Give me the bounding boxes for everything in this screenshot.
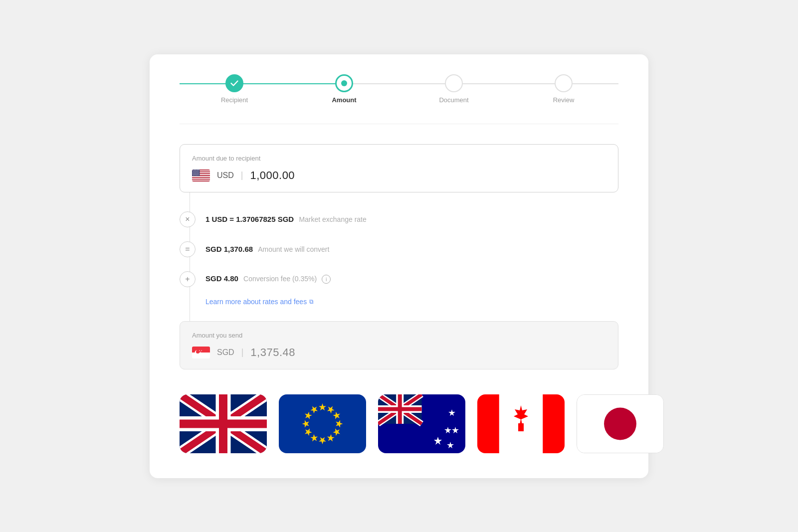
step-label-recipient: Recipient: [221, 96, 248, 104]
converted-amount-label: Amount we will convert: [258, 245, 329, 253]
amount-due-label: Amount due to recipient: [192, 155, 606, 162]
svg-point-34: [198, 175, 198, 175]
step-document: Document: [399, 74, 509, 104]
convert-amount-text: SGD 1,370.68 Amount we will convert: [205, 245, 329, 253]
australia-flag-card[interactable]: [378, 394, 465, 453]
step-review: Review: [509, 74, 618, 104]
equals-symbol: =: [185, 245, 190, 254]
svg-rect-53: [279, 394, 366, 453]
svg-point-18: [194, 172, 195, 172]
svg-point-27: [194, 174, 195, 174]
svg-point-13: [193, 171, 194, 171]
multiply-operator: ×: [180, 211, 196, 227]
canada-flag-card[interactable]: [477, 394, 565, 453]
multiply-symbol: ×: [185, 215, 190, 224]
calc-section: × 1 USD = 1.37067825 SGD Market exchange…: [180, 192, 618, 321]
svg-rect-5: [192, 177, 210, 178]
svg-point-24: [196, 173, 197, 173]
equals-operator: =: [180, 241, 196, 257]
svg-point-12: [199, 170, 199, 170]
amount-due-divider: |: [241, 170, 243, 180]
eu-flag-card[interactable]: [279, 394, 366, 453]
svg-point-19: [196, 172, 196, 172]
svg-rect-83: [518, 423, 524, 431]
plus-operator: +: [180, 271, 196, 287]
sgd-flag: [192, 347, 210, 358]
amount-due-value: 1,000.00: [250, 169, 295, 182]
bottom-flags: [180, 394, 618, 453]
step-circle-recipient: [225, 74, 243, 92]
svg-rect-36: [192, 353, 210, 358]
step-recipient: Recipient: [180, 74, 289, 104]
divider: [180, 124, 618, 124]
step-circle-review: [555, 74, 573, 92]
convert-amount-row: = SGD 1,370.68 Amount we will convert: [180, 234, 618, 264]
main-card: Recipient Amount Document Review Amount …: [150, 54, 648, 478]
svg-point-29: [197, 174, 198, 174]
svg-point-15: [196, 171, 197, 171]
amount-send-label: Amount you send: [192, 332, 606, 339]
japan-flag-card[interactable]: [577, 394, 664, 453]
fee-text: SGD 4.80 Conversion fee (0.35%) i: [205, 274, 331, 284]
exchange-rate-value: 1 USD = 1.37067825 SGD: [205, 215, 294, 223]
svg-point-20: [197, 172, 198, 172]
svg-rect-35: [192, 347, 210, 353]
amount-due-row: USD | 1,000.00: [192, 169, 606, 182]
amount-send-row: SGD | 1,375.48: [192, 346, 606, 359]
exchange-rate-text: 1 USD = 1.37067825 SGD Market exchange r…: [205, 215, 367, 223]
learn-more-row: Learn more about rates and fees ⧉: [180, 294, 618, 309]
amount-send-box: Amount you send: [180, 321, 618, 369]
plus-symbol: +: [185, 275, 190, 284]
svg-point-22: [193, 173, 194, 173]
converted-amount-value: SGD 1,370.68: [205, 245, 253, 253]
external-link-icon: ⧉: [309, 298, 314, 305]
learn-more-link[interactable]: Learn more about rates and fees ⧉: [205, 298, 314, 306]
svg-rect-4: [192, 176, 210, 177]
stepper: Recipient Amount Document Review: [180, 74, 618, 104]
svg-point-16: [198, 171, 198, 171]
sgd-currency-code: SGD: [217, 348, 234, 357]
fee-label: Conversion fee (0.35%): [243, 275, 317, 283]
svg-point-8: [193, 170, 193, 170]
step-circle-document: [445, 74, 463, 92]
fee-info-icon[interactable]: i: [322, 275, 331, 284]
svg-point-25: [198, 173, 198, 173]
amount-due-box[interactable]: Amount due to recipient: [180, 144, 618, 192]
svg-point-85: [604, 407, 636, 440]
svg-point-28: [196, 174, 196, 174]
svg-point-23: [195, 173, 195, 173]
amount-send-value: 1,375.48: [250, 346, 295, 359]
step-circle-amount: [335, 74, 353, 92]
svg-point-14: [195, 171, 195, 171]
svg-rect-52: [180, 419, 267, 428]
step-label-document: Document: [439, 96, 468, 104]
svg-point-9: [194, 170, 195, 170]
fee-row: + SGD 4.80 Conversion fee (0.35%) i: [180, 264, 618, 294]
svg-point-17: [193, 172, 193, 172]
usd-flag: [192, 170, 210, 181]
fee-value: SGD 4.80: [205, 274, 238, 283]
svg-point-33: [196, 175, 197, 175]
svg-point-21: [199, 172, 199, 172]
svg-point-26: [193, 174, 193, 174]
svg-point-30: [199, 174, 199, 174]
svg-point-10: [196, 170, 196, 170]
step-label-review: Review: [553, 96, 575, 104]
svg-point-31: [193, 175, 194, 175]
amount-send-divider: |: [241, 347, 244, 357]
exchange-rate-row: × 1 USD = 1.37067825 SGD Market exchange…: [180, 204, 618, 234]
svg-rect-6: [192, 179, 210, 180]
svg-rect-75: [378, 407, 422, 411]
uk-flag-card[interactable]: [180, 394, 267, 453]
usd-currency-code: USD: [217, 171, 234, 180]
exchange-rate-label: Market exchange rate: [299, 215, 366, 223]
step-amount: Amount: [289, 74, 399, 104]
svg-point-32: [195, 175, 195, 175]
svg-point-11: [197, 170, 198, 170]
svg-point-38: [196, 350, 200, 354]
step-label-amount: Amount: [332, 96, 356, 104]
learn-more-text: Learn more about rates and fees: [205, 298, 307, 306]
